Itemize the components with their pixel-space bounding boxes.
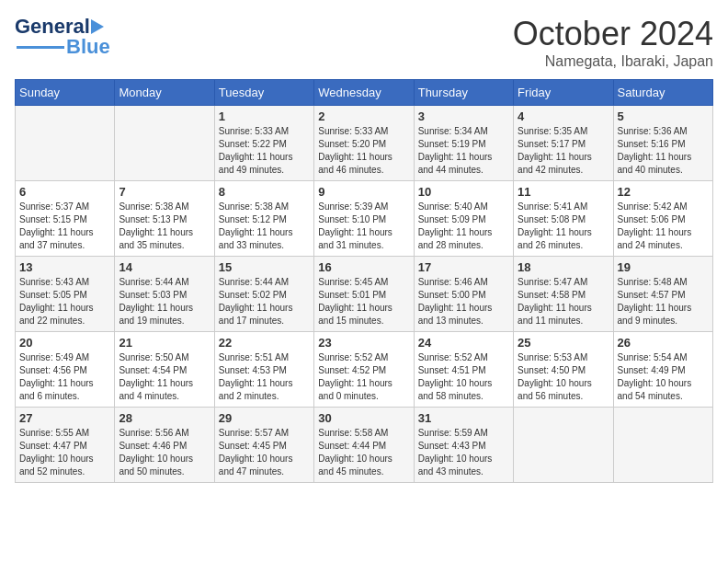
day-number: 4 xyxy=(518,109,609,123)
day-number: 30 xyxy=(318,411,409,425)
day-number: 24 xyxy=(418,336,509,350)
day-number: 28 xyxy=(119,411,210,425)
day-info: Sunrise: 5:39 AMSunset: 5:10 PMDaylight:… xyxy=(318,201,392,250)
day-number: 6 xyxy=(19,185,110,199)
day-number: 29 xyxy=(219,411,310,425)
day-number: 11 xyxy=(518,185,609,199)
svg-marker-0 xyxy=(91,19,104,34)
calendar-cell: 2Sunrise: 5:33 AMSunset: 5:20 PMDaylight… xyxy=(314,106,414,181)
calendar-cell: 17Sunrise: 5:46 AMSunset: 5:00 PMDayligh… xyxy=(414,257,513,332)
calendar-cell: 29Sunrise: 5:57 AMSunset: 4:45 PMDayligh… xyxy=(214,408,313,483)
calendar-week-row: 13Sunrise: 5:43 AMSunset: 5:05 PMDayligh… xyxy=(16,257,713,332)
calendar-cell: 10Sunrise: 5:40 AMSunset: 5:09 PMDayligh… xyxy=(414,181,513,257)
calendar-cell: 24Sunrise: 5:52 AMSunset: 4:51 PMDayligh… xyxy=(414,332,513,408)
weekday-header-thursday: Thursday xyxy=(414,80,513,106)
day-info: Sunrise: 5:34 AMSunset: 5:19 PMDaylight:… xyxy=(418,126,493,175)
calendar-cell xyxy=(514,408,613,483)
calendar-week-row: 20Sunrise: 5:49 AMSunset: 4:56 PMDayligh… xyxy=(16,332,713,408)
day-info: Sunrise: 5:35 AMSunset: 5:17 PMDaylight:… xyxy=(518,126,592,175)
logo-arrow-icon xyxy=(91,19,109,34)
calendar-cell: 15Sunrise: 5:44 AMSunset: 5:02 PMDayligh… xyxy=(214,257,313,332)
calendar-cell: 28Sunrise: 5:56 AMSunset: 4:46 PMDayligh… xyxy=(115,408,214,483)
day-number: 9 xyxy=(318,185,409,199)
day-info: Sunrise: 5:52 AMSunset: 4:52 PMDaylight:… xyxy=(318,352,392,401)
day-info: Sunrise: 5:50 AMSunset: 4:54 PMDaylight:… xyxy=(119,352,193,401)
weekday-header-wednesday: Wednesday xyxy=(314,80,414,106)
calendar-cell: 31Sunrise: 5:59 AMSunset: 4:43 PMDayligh… xyxy=(414,408,513,483)
day-info: Sunrise: 5:56 AMSunset: 4:46 PMDaylight:… xyxy=(119,428,193,477)
logo-blue: Blue xyxy=(66,35,110,59)
day-info: Sunrise: 5:42 AMSunset: 5:06 PMDaylight:… xyxy=(618,201,692,250)
day-number: 19 xyxy=(618,260,709,274)
weekday-header-monday: Monday xyxy=(115,80,214,106)
calendar-week-row: 1Sunrise: 5:33 AMSunset: 5:22 PMDaylight… xyxy=(16,106,713,181)
calendar-cell: 9Sunrise: 5:39 AMSunset: 5:10 PMDaylight… xyxy=(314,181,414,257)
day-number: 21 xyxy=(119,336,210,350)
calendar-cell xyxy=(16,106,115,181)
day-number: 22 xyxy=(219,336,310,350)
day-info: Sunrise: 5:38 AMSunset: 5:13 PMDaylight:… xyxy=(119,201,193,250)
day-number: 26 xyxy=(618,336,709,350)
day-number: 27 xyxy=(19,411,110,425)
day-info: Sunrise: 5:52 AMSunset: 4:51 PMDaylight:… xyxy=(418,352,493,401)
calendar-cell: 21Sunrise: 5:50 AMSunset: 4:54 PMDayligh… xyxy=(115,332,214,408)
day-info: Sunrise: 5:59 AMSunset: 4:43 PMDaylight:… xyxy=(418,428,493,477)
month-title: October 2024 xyxy=(513,15,713,53)
calendar-cell: 4Sunrise: 5:35 AMSunset: 5:17 PMDaylight… xyxy=(514,106,613,181)
day-info: Sunrise: 5:55 AMSunset: 4:47 PMDaylight:… xyxy=(19,428,94,477)
calendar-cell: 13Sunrise: 5:43 AMSunset: 5:05 PMDayligh… xyxy=(16,257,115,332)
day-number: 3 xyxy=(418,109,509,123)
day-number: 12 xyxy=(618,185,709,199)
calendar-cell: 25Sunrise: 5:53 AMSunset: 4:50 PMDayligh… xyxy=(514,332,613,408)
day-number: 14 xyxy=(119,260,210,274)
day-number: 8 xyxy=(219,185,310,199)
day-number: 1 xyxy=(219,109,310,123)
weekday-header-friday: Friday xyxy=(514,80,613,106)
day-number: 17 xyxy=(418,260,509,274)
logo: General Blue xyxy=(15,15,110,59)
day-number: 10 xyxy=(418,185,509,199)
calendar-cell: 12Sunrise: 5:42 AMSunset: 5:06 PMDayligh… xyxy=(613,181,712,257)
calendar-week-row: 6Sunrise: 5:37 AMSunset: 5:15 PMDaylight… xyxy=(16,181,713,257)
day-info: Sunrise: 5:45 AMSunset: 5:01 PMDaylight:… xyxy=(318,277,392,326)
weekday-header-sunday: Sunday xyxy=(16,80,115,106)
calendar-cell: 3Sunrise: 5:34 AMSunset: 5:19 PMDaylight… xyxy=(414,106,513,181)
day-info: Sunrise: 5:41 AMSunset: 5:08 PMDaylight:… xyxy=(518,201,592,250)
calendar-cell: 30Sunrise: 5:58 AMSunset: 4:44 PMDayligh… xyxy=(314,408,414,483)
calendar-cell: 18Sunrise: 5:47 AMSunset: 4:58 PMDayligh… xyxy=(514,257,613,332)
calendar-cell: 20Sunrise: 5:49 AMSunset: 4:56 PMDayligh… xyxy=(16,332,115,408)
calendar-cell: 7Sunrise: 5:38 AMSunset: 5:13 PMDaylight… xyxy=(115,181,214,257)
day-info: Sunrise: 5:43 AMSunset: 5:05 PMDaylight:… xyxy=(19,277,94,326)
day-info: Sunrise: 5:38 AMSunset: 5:12 PMDaylight:… xyxy=(219,201,293,250)
title-section: October 2024 Namegata, Ibaraki, Japan xyxy=(513,15,713,70)
day-number: 15 xyxy=(219,260,310,274)
day-number: 13 xyxy=(19,260,110,274)
day-info: Sunrise: 5:36 AMSunset: 5:16 PMDaylight:… xyxy=(618,126,692,175)
calendar-cell: 8Sunrise: 5:38 AMSunset: 5:12 PMDaylight… xyxy=(214,181,313,257)
calendar-table: SundayMondayTuesdayWednesdayThursdayFrid… xyxy=(15,79,713,483)
day-info: Sunrise: 5:46 AMSunset: 5:00 PMDaylight:… xyxy=(418,277,493,326)
calendar-cell: 16Sunrise: 5:45 AMSunset: 5:01 PMDayligh… xyxy=(314,257,414,332)
calendar-week-row: 27Sunrise: 5:55 AMSunset: 4:47 PMDayligh… xyxy=(16,408,713,483)
day-info: Sunrise: 5:33 AMSunset: 5:22 PMDaylight:… xyxy=(219,126,293,175)
calendar-cell: 19Sunrise: 5:48 AMSunset: 4:57 PMDayligh… xyxy=(613,257,712,332)
day-info: Sunrise: 5:51 AMSunset: 4:53 PMDaylight:… xyxy=(219,352,293,401)
day-info: Sunrise: 5:49 AMSunset: 4:56 PMDaylight:… xyxy=(19,352,94,401)
calendar-cell: 11Sunrise: 5:41 AMSunset: 5:08 PMDayligh… xyxy=(514,181,613,257)
day-number: 25 xyxy=(518,336,609,350)
day-number: 18 xyxy=(518,260,609,274)
day-number: 7 xyxy=(119,185,210,199)
day-info: Sunrise: 5:47 AMSunset: 4:58 PMDaylight:… xyxy=(518,277,592,326)
calendar-cell: 5Sunrise: 5:36 AMSunset: 5:16 PMDaylight… xyxy=(613,106,712,181)
calendar-cell: 23Sunrise: 5:52 AMSunset: 4:52 PMDayligh… xyxy=(314,332,414,408)
day-info: Sunrise: 5:53 AMSunset: 4:50 PMDaylight:… xyxy=(518,352,592,401)
day-number: 23 xyxy=(318,336,409,350)
weekday-header-row: SundayMondayTuesdayWednesdayThursdayFrid… xyxy=(16,80,713,106)
weekday-header-saturday: Saturday xyxy=(613,80,712,106)
calendar-cell: 14Sunrise: 5:44 AMSunset: 5:03 PMDayligh… xyxy=(115,257,214,332)
day-number: 20 xyxy=(19,336,110,350)
calendar-cell: 26Sunrise: 5:54 AMSunset: 4:49 PMDayligh… xyxy=(613,332,712,408)
calendar-cell: 22Sunrise: 5:51 AMSunset: 4:53 PMDayligh… xyxy=(214,332,313,408)
day-info: Sunrise: 5:54 AMSunset: 4:49 PMDaylight:… xyxy=(618,352,692,401)
day-info: Sunrise: 5:40 AMSunset: 5:09 PMDaylight:… xyxy=(418,201,493,250)
